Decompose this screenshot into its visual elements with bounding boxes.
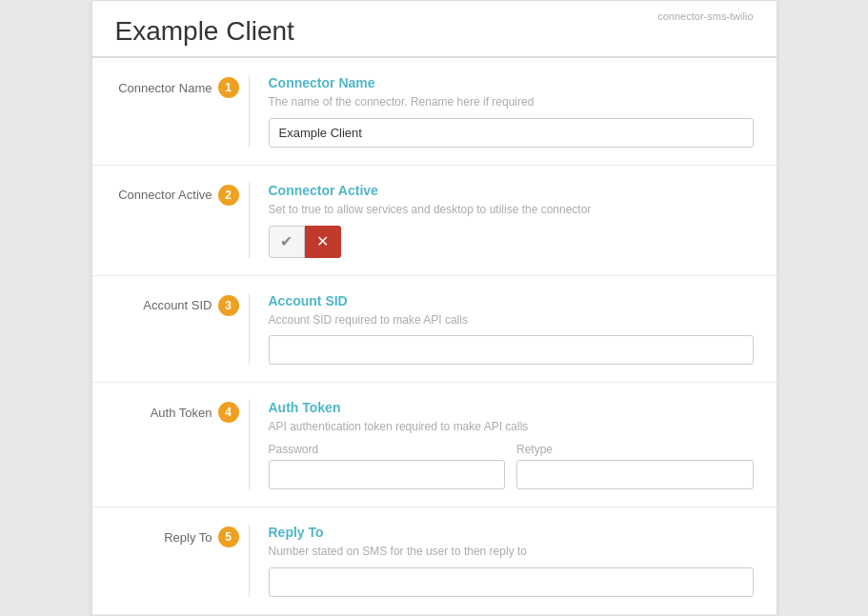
connector-name-field-label: Connector Name	[269, 75, 754, 90]
connector-active-field-label: Connector Active	[269, 183, 754, 198]
reply-to-label-col: Reply To 5	[115, 525, 249, 547]
account-sid-side-label: Account SID	[143, 298, 212, 312]
connector-active-badge: 2	[218, 185, 239, 206]
check-icon: ✔	[280, 232, 293, 250]
auth-token-retype-input[interactable]	[516, 460, 754, 489]
password-label: Password	[269, 443, 506, 456]
retype-group: Retype	[516, 443, 754, 489]
account-sid-badge: 3	[218, 295, 239, 316]
password-row: Password Retype	[269, 443, 754, 489]
reply-to-section: Reply To 5 Reply To Number stated on SMS…	[92, 507, 777, 615]
reply-to-desc: Number stated on SMS for the user to the…	[269, 544, 754, 560]
form-card: Example Client connector-sms-twilio Conn…	[91, 0, 777, 616]
reply-to-field-col: Reply To Number stated on SMS for the us…	[249, 525, 754, 597]
card-header: Example Client connector-sms-twilio	[92, 1, 777, 58]
connector-name-label-col: Connector Name 1	[115, 75, 249, 98]
auth-token-password-input[interactable]	[269, 460, 506, 489]
connector-active-desc: Set to true to allow services and deskto…	[269, 202, 754, 218]
reply-to-side-label: Reply To	[164, 530, 212, 545]
account-sid-field-label: Account SID	[269, 293, 754, 308]
reply-to-badge: 5	[218, 527, 239, 547]
connector-active-side-label: Connector Active	[118, 188, 212, 202]
auth-token-label-col: Auth Token 4	[115, 400, 249, 423]
connector-active-field-col: Connector Active Set to true to allow se…	[249, 183, 754, 258]
connector-name-input[interactable]	[269, 118, 754, 148]
connector-active-label-col: Connector Active 2	[115, 183, 249, 206]
retype-label: Retype	[516, 443, 754, 456]
page-wrapper: Example Client connector-sms-twilio Conn…	[0, 0, 868, 616]
auth-token-side-label: Auth Token	[151, 406, 212, 420]
connector-name-field-col: Connector Name The name of the connector…	[249, 75, 754, 148]
auth-token-badge: 4	[218, 402, 239, 423]
reply-to-input[interactable]	[269, 567, 754, 597]
connector-name-section: Connector Name 1 Connector Name The name…	[92, 58, 777, 166]
password-group: Password	[269, 443, 506, 489]
connector-name-badge: 1	[218, 77, 239, 98]
auth-token-desc: API authentication token required to mak…	[269, 419, 754, 435]
account-sid-input[interactable]	[269, 335, 754, 365]
auth-token-field-label: Auth Token	[269, 400, 754, 415]
auth-token-field-col: Auth Token API authentication token requ…	[249, 400, 754, 489]
connector-name-desc: The name of the connector. Rename here i…	[269, 94, 754, 110]
account-sid-field-col: Account SID Account SID required to make…	[249, 293, 754, 366]
account-sid-section: Account SID 3 Account SID Account SID re…	[92, 276, 777, 384]
toggle-x-button[interactable]: ✕	[305, 226, 341, 258]
toggle-check-button[interactable]: ✔	[269, 226, 305, 258]
x-icon: ✕	[316, 232, 329, 250]
account-sid-desc: Account SID required to make API calls	[269, 312, 754, 328]
auth-token-section: Auth Token 4 Auth Token API authenticati…	[92, 383, 777, 507]
card-subtitle: connector-sms-twilio	[657, 10, 753, 22]
reply-to-field-label: Reply To	[269, 525, 754, 540]
connector-name-side-label: Connector Name	[118, 81, 212, 95]
account-sid-label-col: Account SID 3	[115, 293, 249, 316]
toggle-row: ✔ ✕	[269, 226, 754, 258]
connector-active-section: Connector Active 2 Connector Active Set …	[92, 166, 777, 276]
